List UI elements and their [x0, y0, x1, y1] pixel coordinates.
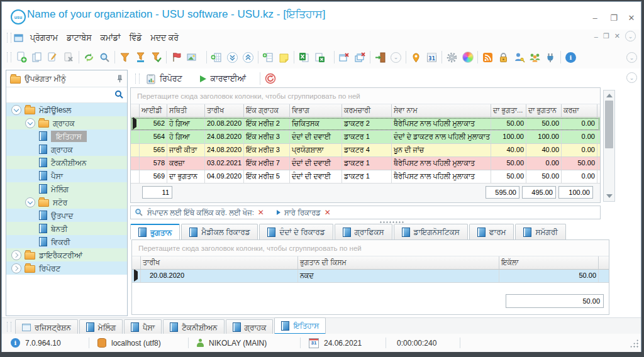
view-toolbar-grip[interactable] [135, 74, 140, 84]
filter-check-button[interactable] [148, 50, 164, 65]
maximize-button[interactable]: ❐ [606, 12, 622, 23]
edit-record-button[interactable] [45, 50, 61, 65]
tree-item-products[interactable]: ਉਤਪਾਦ [6, 209, 127, 222]
mdi-restore-button[interactable]: ❐ [603, 32, 609, 40]
menu-help[interactable]: ਮਦਦ ਕਰੋ [146, 31, 183, 45]
scroll-up-arrow[interactable] [606, 94, 613, 97]
minimize-button[interactable]: – [587, 12, 603, 23]
column-header-due[interactable]: ਦਾ ਭੁਗਤਾ... [491, 104, 526, 117]
close-all-windows-button[interactable] [352, 50, 368, 65]
undo-refresh-button[interactable] [262, 71, 278, 87]
mdi-minimize-button[interactable]: – [594, 33, 598, 40]
add-row-button[interactable] [260, 50, 276, 65]
tree-item-clients[interactable]: ਗ੍ਰਾਹਕ [6, 143, 127, 156]
table-row[interactable]: 565ਜਾਰੀ ਕੀਤਾ24.08.2020ਇੱਕ ਮਰੀਜ਼ 3ਪ੍ਰਯੋਗਸ… [131, 144, 600, 157]
color-wheel-button[interactable] [460, 50, 475, 65]
filter-stamp-button[interactable] [133, 50, 148, 65]
rss-button[interactable] [480, 50, 496, 65]
column-header-date[interactable]: ਤਾਰੀਖ [205, 104, 244, 117]
tree-item-history[interactable]: ਇਤਿਹਾਸ [6, 129, 127, 143]
detail-group-by-band[interactable]: Перетащите сюда заголовок колонки, чтобы… [132, 240, 609, 256]
tab-graphics[interactable]: ਗ੍ਰਾਫਿਕਸ [335, 224, 392, 239]
note-button[interactable] [276, 50, 292, 65]
filter-chip[interactable]: ਸਾਰੇ ਰਿਕਾਰਡ [284, 209, 321, 217]
collapse-icon[interactable] [25, 118, 35, 128]
user-group-button[interactable] [527, 50, 543, 65]
filter-button[interactable] [117, 50, 133, 65]
filter-bar[interactable]: ਸੰਪਾਦਨ ਲਈ ਇੱਥੇ ਕਲਿੱਕ ਕਰੋ. ਲਈ ਖੋਜ: ✕ ਸਾਰੇ… [130, 206, 601, 219]
search-button[interactable] [97, 50, 113, 65]
excel-export-button[interactable] [296, 50, 312, 65]
expand-icon[interactable] [11, 263, 21, 273]
column-header-client[interactable]: ਇੱਕ ਗ੍ਰਾਹਕ [244, 104, 290, 117]
table-row[interactable]: 569ਦਾ ਭੁਗਤਾਨ04.09.2020ਇੱਕ ਮਰੀਜ਼ 5ਦੰਦਾਂ ਦ… [131, 170, 600, 184]
tab-materials[interactable]: ਸਮੱਗਰੀ [515, 224, 565, 239]
excel-import-dropdown-button[interactable] [312, 50, 332, 65]
collapse-icon[interactable] [11, 105, 21, 115]
map-pin-button[interactable] [408, 50, 424, 65]
tree-item-mailing[interactable]: ਮੇਲਿੰਗ [6, 182, 127, 195]
menu-database[interactable]: ਡਾਟਾਬੇਸ [62, 31, 96, 45]
exit-button[interactable] [372, 50, 388, 65]
window-tab-history[interactable]: ਇਤਿਹਾਸ [274, 317, 326, 334]
scroll-down-arrow[interactable] [606, 194, 613, 198]
tab-dental-records[interactable]: ਦੰਦਾਂ ਦੇ ਰਿਕਾਰਡ [259, 224, 333, 239]
tabbar-grip[interactable] [7, 322, 11, 332]
column-header-paid[interactable]: ਦਾ ਭੁਗਤਾਨ [526, 104, 562, 117]
user-permissions-button[interactable] [511, 50, 527, 65]
collapse-icon[interactable] [25, 197, 35, 207]
detail-table-row[interactable]: 20.08.2020 ਨਕਦ 50.00 [132, 270, 609, 283]
report-button[interactable]: ਰਿਪੋਰਟ [142, 72, 194, 85]
search-icon[interactable] [114, 90, 124, 99]
view-toolbar-overflow-button[interactable]: ⌄ [626, 72, 637, 83]
collapse-all-button[interactable] [225, 50, 240, 65]
window-tab-mailing[interactable]: ਮੇਲਿੰਗ [79, 319, 123, 334]
table-row[interactable]: 562ਹੋ ਗਿਆ20.08.2020ਇੱਕ ਮਰੀਜ਼ 2ਚਿਕਿਤਸਕਡਾਕ… [131, 118, 600, 131]
column-header-department[interactable]: ਵਿਭਾਗ [290, 104, 342, 117]
tree-item-directories[interactable]: ਡਾਇਰੈਕਟਰੀਆਂ [6, 248, 127, 261]
window-tab-registration[interactable]: ਰਜਿਸਟ੍ਰੇਸ਼ਨ [15, 319, 78, 334]
grid-vertical-scrollbar[interactable] [603, 90, 615, 202]
menu-grip[interactable] [7, 33, 11, 43]
tab-diagnostics[interactable]: ਡਾਇਗਨੋਸਟਿਕਸ [394, 224, 468, 239]
close-window-button[interactable] [336, 50, 352, 65]
menu-commands[interactable]: ਕਮਾਂਡਾਂ [96, 31, 125, 45]
tree-item-technicians[interactable]: ਟੈਕਨੀਸ਼ੀਅਨ [6, 156, 127, 169]
tree-item-clients-folder[interactable]: ਗ੍ਰਾਹਕ [6, 116, 127, 129]
column-header-payment-type[interactable]: ਭੁਗਤਾਨ ਦੀ ਕਿਸਮ [298, 256, 499, 269]
refresh-button[interactable] [81, 50, 97, 65]
copy-record-button[interactable] [30, 50, 45, 65]
lock-button[interactable] [496, 50, 511, 65]
pin-icon[interactable] [116, 75, 123, 83]
new-record-button[interactable] [14, 50, 30, 65]
delete-record-button[interactable] [61, 50, 77, 65]
column-header-id[interactable]: ਆਈਡੀ [140, 104, 167, 117]
window-tab-money[interactable]: ਪੈਸਾ [124, 319, 162, 334]
menu-window[interactable]: ਵਿੰਡੋ [125, 31, 146, 45]
resize-grip[interactable] [630, 339, 638, 348]
tree-item-store[interactable]: ਸਟੋਰ [6, 195, 127, 209]
column-header-service[interactable]: ਸੇਵਾ ਨਾਮ [392, 104, 491, 117]
actions-button[interactable]: ਕਾਰਵਾਈਆਂ [194, 73, 258, 85]
overflow-disabled-button[interactable]: ⌄ [388, 50, 404, 65]
remove-filter-icon[interactable]: ✕ [325, 208, 331, 217]
menu-program[interactable]: ਪ੍ਰੋਗਰਾਮ [26, 31, 62, 45]
table-row[interactable]: 564ਹੋ ਗਿਆ24.08.2020ਇੱਕ ਮਰੀਜ਼ 3ਦੰਦਾਂ ਦੀ ਦ… [131, 131, 600, 144]
column-header-debt[interactable]: ਕਰਜ਼ਾ [562, 104, 597, 117]
mdi-close-button[interactable]: ✕ [614, 32, 620, 40]
window-tab-clients[interactable]: ਗ੍ਰਾਹਕ [226, 319, 274, 334]
window-tab-technicians[interactable]: ਟੈਕਨੀਸ਼ੀਅਨ [163, 319, 224, 334]
tree-item-sales[interactable]: ਵਿਕਰੀ [6, 235, 127, 248]
close-button[interactable]: ✕ [623, 12, 640, 23]
toolbar-grip[interactable] [7, 52, 11, 62]
splitter-handle[interactable] [379, 221, 404, 223]
scrollbar-thumb[interactable] [605, 101, 613, 148]
tree-item-modules[interactable]: ਮੋਡੀਊlesਲ [6, 103, 127, 116]
settings-button[interactable] [444, 50, 460, 65]
expand-all-button[interactable] [240, 50, 256, 65]
expand-icon[interactable] [11, 250, 21, 260]
tree-item-reports[interactable]: ਰਿਪੋਰਟ [6, 261, 127, 275]
toolbar-overflow-button[interactable]: ⌄ [626, 52, 637, 63]
filter-hint[interactable]: ਸੰਪਾਦਨ ਲਈ ਇੱਥੇ ਕਲਿੱਕ ਕਰੋ. ਲਈ ਖੋਜ: [147, 209, 254, 217]
tab-medical-records[interactable]: ਮੈਡੀਕਲ ਰਿਕਾਰਡ [181, 224, 258, 239]
